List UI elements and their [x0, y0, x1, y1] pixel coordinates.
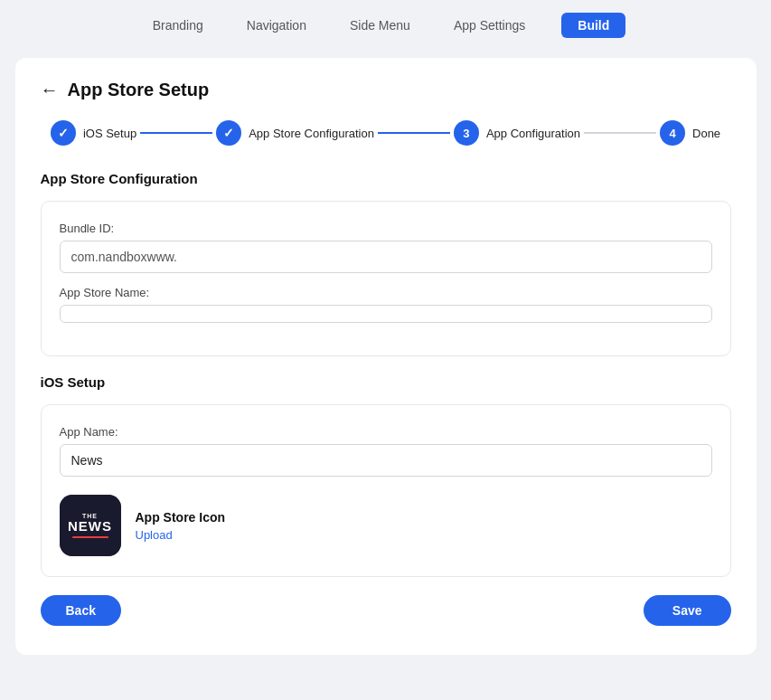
step-circle-1: ✓ — [51, 120, 76, 146]
app-name-label: App Name: — [60, 425, 712, 439]
app-store-icon: THE NEWS — [60, 495, 121, 556]
stepper: ✓ iOS Setup ✓ App Store Configuration 3 … — [41, 120, 731, 146]
save-button[interactable]: Save — [644, 595, 731, 626]
bundle-id-input[interactable]: com.nandboxwww. — [60, 241, 712, 273]
check-icon-2: ✓ — [223, 126, 234, 140]
step-label-4: Done — [692, 127, 720, 140]
nav-side-menu[interactable]: Side Menu — [343, 14, 418, 36]
page-title: App Store Setup — [68, 80, 210, 100]
upload-link[interactable]: Upload — [136, 528, 226, 542]
main-container: ← App Store Setup ✓ iOS Setup ✓ App Stor… — [15, 58, 757, 655]
back-button[interactable]: Back — [41, 595, 121, 626]
step-connector-2 — [378, 132, 450, 134]
check-icon-1: ✓ — [58, 126, 69, 140]
ios-setup-panel: App Name: THE NEWS App Store Icon Upload — [41, 404, 731, 577]
step-circle-2: ✓ — [216, 120, 241, 146]
icon-info-title: App Store Icon — [136, 510, 226, 525]
step-label-3: App Configuration — [486, 127, 580, 140]
app-icon-row: THE NEWS App Store Icon Upload — [60, 495, 712, 556]
step-label-1: iOS Setup — [83, 127, 136, 140]
back-arrow-icon[interactable]: ← — [41, 80, 59, 100]
app-icon-inner: THE NEWS — [60, 495, 121, 556]
app-store-config-panel: Bundle ID: com.nandboxwww. App Store Nam… — [41, 201, 731, 356]
step-done: 4 Done — [660, 120, 720, 146]
nav-navigation[interactable]: Navigation — [240, 14, 314, 36]
footer-buttons: Back Save — [41, 595, 731, 626]
step-label-2: App Store Configuration — [249, 127, 374, 140]
nav-branding[interactable]: Branding — [146, 14, 211, 36]
step-circle-3: 3 — [454, 120, 479, 146]
build-button[interactable]: Build — [561, 13, 625, 38]
news-icon-bar — [72, 536, 108, 538]
step-app-configuration: 3 App Configuration — [454, 120, 580, 146]
top-nav: Branding Navigation Side Menu App Settin… — [0, 0, 771, 51]
step-circle-4: 4 — [660, 120, 685, 146]
step-connector-3 — [584, 132, 656, 134]
news-icon-news: NEWS — [68, 519, 112, 534]
bundle-id-static: com.nandboxwww. — [71, 250, 178, 264]
step-number-3: 3 — [463, 127, 469, 140]
step-number-4: 4 — [669, 127, 675, 140]
app-store-name-label: App Store Name: — [60, 286, 712, 299]
icon-info: App Store Icon Upload — [136, 510, 226, 542]
app-name-section: App Name: — [60, 425, 712, 477]
app-store-name-input[interactable] — [60, 305, 712, 323]
step-connector-1 — [140, 132, 212, 134]
ios-setup-section-title: iOS Setup — [41, 374, 731, 390]
bundle-id-label: Bundle ID: — [60, 222, 712, 235]
step-app-store-config: ✓ App Store Configuration — [216, 120, 374, 146]
nav-app-settings[interactable]: App Settings — [447, 14, 532, 36]
app-name-input[interactable] — [60, 444, 712, 477]
app-store-config-section-title: App Store Configuration — [41, 171, 731, 186]
page-title-row: ← App Store Setup — [41, 80, 731, 100]
step-ios-setup: ✓ iOS Setup — [51, 120, 136, 146]
